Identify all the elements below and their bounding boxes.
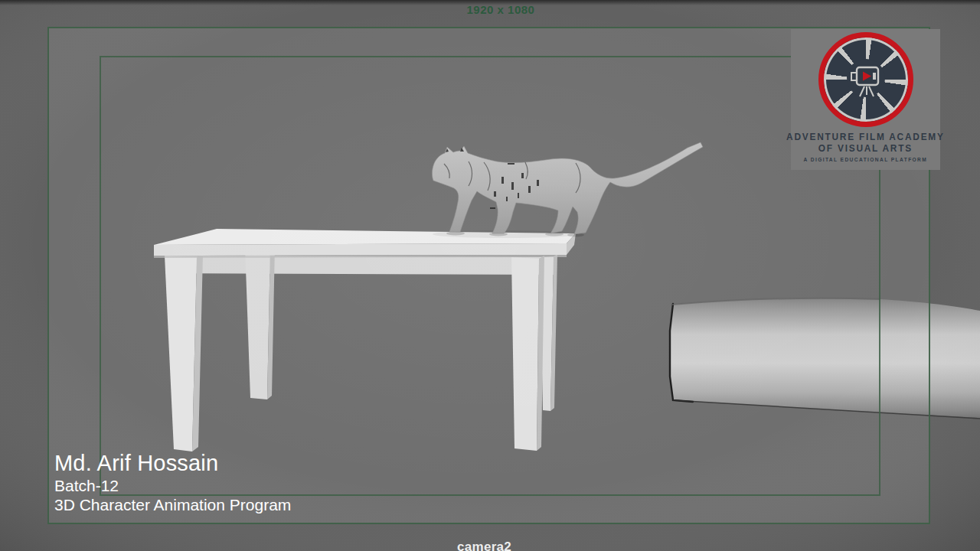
program-name: 3D Character Animation Program xyxy=(54,497,291,514)
resolution-label: 1920 x 1080 xyxy=(0,3,980,16)
student-batch: Batch-12 xyxy=(54,478,291,495)
playblast-viewport-frame: 1920 x 1080 ADVENTURE FILM ACADEMY OF VI… xyxy=(0,0,980,551)
camera-name-label: camera2 xyxy=(457,540,511,551)
academy-logo: ADVENTURE FILM ACADEMY OF VISUAL ARTS A … xyxy=(791,29,940,170)
video-camera-icon xyxy=(842,56,890,103)
logo-line2: OF VISUAL ARTS xyxy=(786,142,945,154)
logo-line1: ADVENTURE FILM ACADEMY xyxy=(786,131,945,142)
academy-logo-text: ADVENTURE FILM ACADEMY OF VISUAL ARTS A … xyxy=(786,131,945,163)
credits-block: Md. Arif Hossain Batch-12 3D Character A… xyxy=(54,452,291,514)
aperture-logo-icon xyxy=(818,32,913,127)
student-name: Md. Arif Hossain xyxy=(54,452,291,475)
logo-tagline: A DIGITAL EDUCATIONAL PLATFORM xyxy=(786,156,945,163)
